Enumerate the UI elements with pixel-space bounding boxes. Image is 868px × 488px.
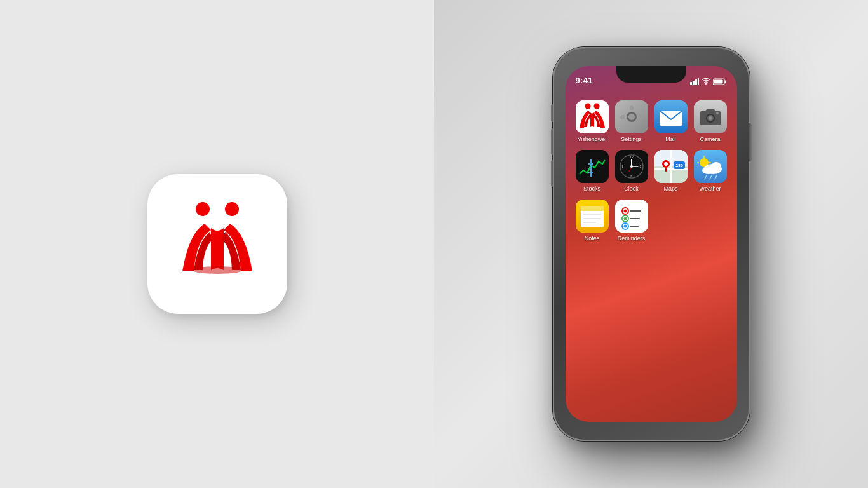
app-label-yishengwei: Yishengwei bbox=[578, 136, 607, 142]
app-label-settings: Settings bbox=[621, 136, 642, 142]
app-item-notes[interactable]: Notes bbox=[574, 200, 610, 241]
svg-text:3: 3 bbox=[639, 165, 641, 168]
iphone-mockup: 9:41 bbox=[553, 47, 750, 441]
app-label-notes: Notes bbox=[585, 235, 600, 241]
app-label-mail: Mail bbox=[665, 136, 676, 142]
svg-rect-5 bbox=[695, 79, 697, 85]
iphone-notch bbox=[616, 66, 686, 83]
yishengwei-logo bbox=[170, 195, 265, 293]
app-item-camera[interactable]: Camera bbox=[693, 100, 728, 142]
app-icon-clock: 12 3 6 9 bbox=[615, 150, 648, 183]
svg-point-2 bbox=[192, 266, 243, 274]
app-grid: Yishengwei bbox=[566, 94, 737, 248]
svg-point-12 bbox=[593, 104, 599, 109]
svg-point-15 bbox=[628, 114, 635, 120]
svg-rect-69 bbox=[581, 206, 604, 211]
right-panel: 9:41 bbox=[434, 0, 868, 488]
svg-point-75 bbox=[623, 210, 627, 213]
status-time: 9:41 bbox=[576, 76, 593, 85]
app-item-clock[interactable]: 12 3 6 9 Clock bbox=[614, 150, 649, 192]
svg-point-53 bbox=[664, 162, 668, 166]
svg-rect-9 bbox=[714, 80, 722, 84]
svg-rect-8 bbox=[724, 81, 726, 83]
app-item-yishengwei[interactable]: Yishengwei bbox=[574, 100, 610, 142]
app-icon-reminders bbox=[615, 200, 648, 233]
svg-text:6: 6 bbox=[630, 174, 632, 178]
app-label-reminders: Reminders bbox=[618, 235, 646, 241]
app-icon-yishengwei bbox=[576, 100, 609, 133]
svg-point-45 bbox=[630, 165, 633, 168]
svg-point-63 bbox=[711, 162, 721, 171]
left-panel bbox=[0, 0, 434, 488]
svg-point-1 bbox=[225, 202, 239, 216]
svg-point-11 bbox=[585, 104, 590, 109]
svg-rect-3 bbox=[690, 82, 692, 85]
svg-text:12: 12 bbox=[630, 155, 634, 159]
svg-rect-6 bbox=[698, 78, 699, 85]
svg-point-78 bbox=[623, 217, 627, 220]
volume-down-button bbox=[551, 160, 553, 187]
app-label-weather: Weather bbox=[700, 186, 721, 192]
app-item-weather[interactable]: Weather bbox=[693, 150, 728, 192]
app-icon-stocks bbox=[576, 150, 609, 183]
app-item-settings[interactable]: Settings bbox=[614, 100, 649, 142]
app-icon-mail bbox=[654, 100, 688, 133]
svg-point-29 bbox=[709, 116, 712, 120]
app-item-reminders[interactable]: Reminders bbox=[614, 200, 649, 241]
svg-text:9: 9 bbox=[621, 165, 623, 168]
app-icon-camera bbox=[694, 100, 727, 133]
app-label-camera: Camera bbox=[700, 136, 720, 142]
app-icon-settings bbox=[615, 100, 648, 133]
svg-text:280: 280 bbox=[675, 163, 683, 168]
app-icon-showcase bbox=[147, 174, 287, 314]
svg-point-81 bbox=[623, 225, 627, 228]
app-item-stocks[interactable]: Stocks bbox=[574, 150, 610, 192]
app-label-maps: Maps bbox=[663, 186, 677, 192]
battery-icon bbox=[713, 78, 727, 85]
svg-rect-4 bbox=[693, 81, 695, 85]
app-label-clock: Clock bbox=[624, 186, 639, 192]
app-item-maps[interactable]: 280 Maps bbox=[653, 150, 689, 192]
volume-up-button bbox=[551, 128, 553, 155]
mute-button bbox=[551, 104, 553, 122]
iphone-screen: 9:41 bbox=[566, 66, 737, 422]
svg-point-30 bbox=[716, 112, 719, 114]
svg-rect-73 bbox=[615, 200, 648, 233]
app-icon-maps: 280 bbox=[654, 150, 688, 183]
settings-gear-svg bbox=[615, 100, 648, 133]
power-button bbox=[749, 123, 752, 161]
wifi-icon bbox=[702, 78, 710, 85]
signal-icon bbox=[690, 78, 699, 85]
app-icon-notes bbox=[576, 200, 609, 233]
status-icons bbox=[690, 78, 727, 85]
app-icon-weather bbox=[694, 150, 727, 183]
app-item-mail[interactable]: Mail bbox=[653, 100, 689, 142]
app-label-stocks: Stocks bbox=[583, 186, 600, 192]
svg-point-0 bbox=[196, 202, 210, 216]
